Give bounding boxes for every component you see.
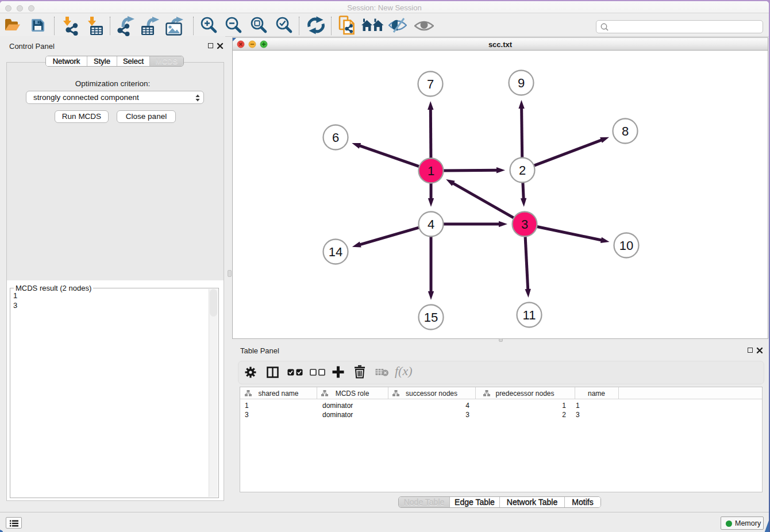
svg-text:1: 1: [428, 164, 434, 178]
svg-text:8: 8: [622, 124, 629, 138]
svg-text:14: 14: [329, 245, 342, 259]
svg-text:10: 10: [619, 238, 633, 253]
svg-text:7: 7: [427, 77, 434, 91]
svg-text:4: 4: [428, 217, 434, 232]
svg-text:11: 11: [523, 308, 536, 322]
svg-text:3: 3: [521, 217, 528, 232]
svg-text:9: 9: [518, 76, 525, 90]
svg-text:2: 2: [519, 163, 526, 178]
svg-text:15: 15: [424, 310, 438, 325]
svg-text:6: 6: [332, 130, 339, 145]
